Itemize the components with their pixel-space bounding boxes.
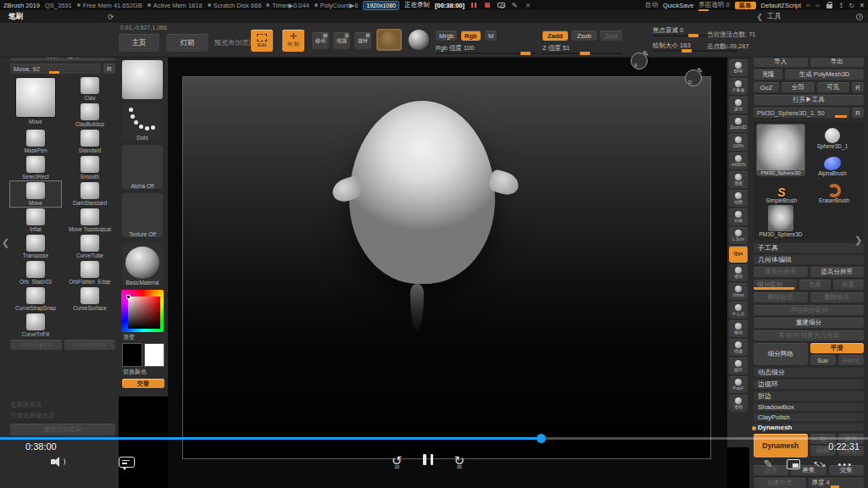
cage-button[interactable]: 包裹 bbox=[799, 280, 830, 290]
video-timeline[interactable] bbox=[0, 437, 868, 440]
active-tool-slider[interactable]: PM3D_Sphere3D_1. 50 bbox=[754, 108, 849, 118]
switch-color-label[interactable]: 切换颜色 bbox=[123, 368, 164, 376]
gizmo-move-button[interactable]: M移动 bbox=[312, 32, 329, 49]
m-button[interactable]: M bbox=[485, 30, 497, 41]
stroke-settings-icon[interactable]: S bbox=[631, 53, 648, 69]
brush-grid-item[interactable]: Smooth bbox=[64, 155, 115, 180]
brush-grid-item[interactable]: CurveTube bbox=[64, 234, 115, 259]
brush-grid-item[interactable]: Orb_Slash03 bbox=[10, 260, 61, 286]
dynamesh-header[interactable]: Dynamesh bbox=[754, 424, 864, 431]
mrgb-button[interactable]: Mrgb bbox=[436, 30, 457, 41]
reset-current-brush-button[interactable]: 重置当前笔刷 bbox=[10, 424, 115, 435]
tool-thumb-alphabrush[interactable]: AlphaBrush bbox=[807, 151, 858, 176]
color-picker[interactable] bbox=[121, 290, 164, 332]
rgb-intensity-slider[interactable]: Rgb 强度 100 bbox=[436, 44, 536, 54]
sync-icon[interactable]: ↻ bbox=[849, 2, 854, 9]
create-mesh-from-brush-button[interactable]: 从笔刷创建网格 bbox=[64, 340, 116, 350]
shadowbox-header[interactable]: ShadowBox bbox=[754, 403, 864, 411]
brush-grid-item[interactable]: DamStandard bbox=[64, 181, 115, 207]
make-polymesh3d-button[interactable]: 生成 PolyMesh3D bbox=[785, 69, 864, 80]
current-texture-tile[interactable]: Texture Off bbox=[122, 193, 163, 237]
edit-button[interactable]: Edit bbox=[251, 30, 273, 52]
brush-grid-item[interactable]: ClayBuildup bbox=[64, 103, 115, 128]
volume-icon[interactable] bbox=[51, 456, 66, 468]
pencil-icon[interactable]: ✎ bbox=[510, 2, 519, 9]
swap-color-button[interactable]: 交替 bbox=[122, 379, 164, 388]
right-shelf-button[interactable]: 透明 bbox=[729, 395, 748, 412]
brush-grid-item[interactable]: Clay bbox=[64, 76, 115, 102]
sculpt-head-model[interactable] bbox=[349, 101, 495, 284]
pip-icon[interactable] bbox=[787, 459, 800, 469]
dynamic-subdiv-header[interactable]: 动态细分 bbox=[754, 368, 864, 377]
brush-grid-item[interactable]: CurveStrapSnap bbox=[10, 286, 61, 312]
tool-thumb-eraserbrush[interactable]: EraserBrush bbox=[809, 178, 860, 203]
brush-grid-item[interactable]: Move bbox=[10, 76, 61, 128]
annotate-icon[interactable]: ✎ bbox=[764, 458, 773, 470]
right-shelf-button[interactable]: Ghost bbox=[729, 283, 748, 300]
history-clock-icon[interactable] bbox=[856, 14, 863, 20]
lightbox-button[interactable]: 灯箱 bbox=[166, 34, 209, 52]
suv-button[interactable]: Suv bbox=[810, 355, 836, 365]
brush-grid-item[interactable]: Inflat bbox=[10, 208, 61, 233]
collapse-left-tray-icon[interactable]: ❮ bbox=[2, 237, 9, 248]
brush-r-button[interactable]: R bbox=[103, 64, 115, 74]
brush-grid-item[interactable]: Move Topological bbox=[64, 208, 115, 233]
restore-button[interactable]: 恢复 bbox=[833, 280, 864, 290]
secondary-color-swatch[interactable] bbox=[144, 343, 164, 367]
quicksave-button[interactable]: QuickSave bbox=[663, 2, 693, 9]
current-material-tile[interactable]: BasicMaterial bbox=[122, 241, 163, 286]
export-icon[interactable]: ↥ bbox=[838, 2, 843, 9]
camera-icon[interactable] bbox=[497, 2, 505, 9]
exit-fullscreen-icon[interactable]: ↖↘ bbox=[814, 459, 825, 469]
right-shelf-button[interactable]: 地面 bbox=[729, 190, 748, 207]
material-preview[interactable] bbox=[409, 30, 429, 50]
saturation-square[interactable] bbox=[128, 297, 160, 329]
tool-thumb-simplebrush[interactable]: SSimpleBrush bbox=[756, 178, 807, 203]
skip-back-button[interactable]: ↺10 bbox=[392, 454, 403, 468]
viewport[interactable] bbox=[168, 58, 727, 488]
gizmo-rotate-button[interactable]: R旋转 bbox=[354, 32, 371, 49]
export-button[interactable]: 导出 bbox=[810, 57, 865, 67]
collapse-right-tray-icon[interactable]: ❮ bbox=[756, 13, 763, 21]
current-alpha-tile[interactable]: Alpha Off bbox=[122, 145, 163, 189]
zadd-button[interactable]: Zadd bbox=[542, 30, 568, 41]
right-shelf-button[interactable]: 100% bbox=[729, 134, 748, 151]
record-stop-button[interactable] bbox=[483, 2, 492, 9]
cut-icon[interactable]: ✕ bbox=[524, 2, 532, 9]
live-boolean-label[interactable]: 预览布尔渲染 bbox=[214, 38, 255, 47]
right-shelf-button[interactable]: 对称 bbox=[729, 208, 748, 225]
gizmo-scale-button[interactable]: S缩放 bbox=[333, 32, 350, 49]
higher-res-button[interactable]: 提高分辨率 bbox=[810, 267, 865, 277]
reuv-button[interactable]: ReUV bbox=[838, 355, 864, 365]
main-color-swatch[interactable] bbox=[122, 343, 142, 367]
goz-all-button[interactable]: 全部 bbox=[782, 82, 815, 92]
current-brush-tile[interactable]: Move bbox=[122, 60, 163, 99]
active-tool-thumbnail[interactable]: PM3D_Sphere3D bbox=[756, 124, 805, 176]
home-button[interactable]: 主页 bbox=[119, 34, 159, 52]
pause-button[interactable] bbox=[421, 453, 436, 469]
close-button[interactable]: ✕ bbox=[860, 2, 865, 9]
brush-grid-item[interactable]: OrbFlatten_Edge bbox=[64, 260, 115, 286]
lower-res-button[interactable]: 降低分辨率 bbox=[754, 267, 808, 277]
right-shelf-button[interactable]: 滚动 bbox=[729, 97, 748, 114]
gradient-label[interactable]: 渐变 bbox=[123, 333, 164, 341]
geometry-header[interactable]: 几何体编辑 bbox=[754, 255, 864, 264]
timeline-handle[interactable] bbox=[537, 434, 546, 443]
edge-loop-header[interactable]: 边循环 bbox=[754, 380, 864, 389]
divide-button[interactable]: 细分网格 bbox=[754, 343, 808, 365]
brush-grid-item[interactable]: Move bbox=[10, 181, 61, 207]
paint-color-circle[interactable] bbox=[376, 29, 402, 51]
brush-grid-item[interactable]: SelectRect bbox=[10, 155, 61, 180]
zcut-button[interactable]: Zcut bbox=[600, 30, 622, 41]
right-shelf-button[interactable]: AA50% bbox=[729, 152, 748, 169]
create-brush-from-mesh-button[interactable]: 从网格创建笔刷 bbox=[10, 340, 62, 350]
brush-grid-item[interactable]: Transpose bbox=[10, 234, 61, 259]
right-shelf-button[interactable]: BPR bbox=[729, 59, 748, 76]
right-shelf-button[interactable]: L.Sym bbox=[729, 227, 748, 244]
zsub-button[interactable]: Zsub bbox=[571, 30, 597, 41]
next-page-icon[interactable]: ›› bbox=[815, 2, 820, 9]
skip-forward-button[interactable]: ↻30 bbox=[454, 454, 465, 468]
right-shelf-button[interactable]: PolyF bbox=[729, 376, 748, 393]
draw-button[interactable]: ✛ 绘 制 bbox=[282, 30, 304, 52]
del-higher-button[interactable]: 删除较高 bbox=[810, 292, 865, 302]
